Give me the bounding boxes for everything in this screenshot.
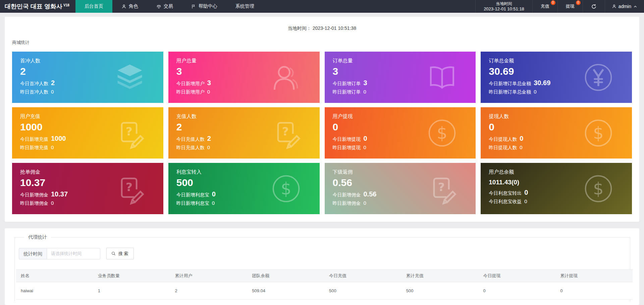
withdraw-badge: 0 [576, 0, 581, 5]
stat-card-yesterday-label: 昨日提现人数 [489, 144, 517, 151]
stat-card-today-label: 今日新增佣金 [20, 191, 48, 199]
top-navbar: 대한민국 대표 영화사V18 后台首页 角色 交易 帮助中心 系统管理 当地时间… [0, 0, 644, 13]
agent-col-业务员数量: 业务员数量 [93, 270, 170, 282]
stat-card-yesterday-label: 昨日新增佣金 [333, 200, 361, 206]
stat-card: 提现人数 0 今日提现人数 0 昨日提现人数 0 $ [481, 107, 632, 159]
agent-legend: 代理统计 [24, 234, 51, 240]
svg-text:?: ? [438, 180, 445, 193]
stat-card: 利息宝转入 500 今日新增利息宝 0 昨日新增利息宝 0 $ [168, 163, 320, 214]
agent-col-姓名: 姓名 [16, 270, 93, 282]
person-icon [270, 61, 302, 94]
stat-card-yesterday-value: 0 [364, 88, 366, 95]
user-menu[interactable]: admin [605, 0, 644, 13]
withdraw-button[interactable]: 提现 0 [557, 0, 583, 13]
stat-card-yesterday-value: 0 [51, 144, 54, 151]
local-time-label: 当地时间 [496, 1, 512, 6]
user-icon [121, 4, 126, 9]
stat-card-yesterday-value: 0 [534, 88, 536, 95]
nav-item-后台首页[interactable]: 后台首页 [75, 0, 112, 13]
agent-table-cell: 1 [93, 282, 170, 300]
stat-card-yesterday-label: 昨日新增订单总金额 [489, 88, 531, 95]
stat-card-today-value: 0 [524, 188, 528, 196]
stat-card: 下级返佣 0.56 今日新增佣金 0.56 昨日新增佣金 0 ? [325, 163, 476, 214]
agent-table-header-row: 姓名业务员数量累计用户团队余额今日充值累计充值今日提现累计提现 [16, 270, 633, 282]
app-version: V18 [63, 3, 69, 7]
stats-panel: 当地时间： 2023-12-01 10:51:38 商城统计 首冲人数 2 今日… [5, 17, 639, 222]
stat-card: 订单总金额 30.69 今日新增订单总金额 30.69 昨日新增订单总金额 0 [481, 52, 632, 103]
stat-card: 首冲人数 2 今日首冲人数 2 昨日首冲人数 0 [12, 52, 163, 103]
agent-col-团队余额: 团队余额 [247, 270, 324, 282]
agent-col-累计用户: 累计用户 [170, 270, 248, 282]
content-time-label: 当地时间： [288, 25, 311, 31]
stat-card-yesterday-label: 昨日充值人数 [176, 144, 205, 151]
nav-item-帮助中心[interactable]: 帮助中心 [182, 0, 226, 13]
user-icon [612, 4, 616, 9]
stat-card: 用户总余额 1011.43(0) 今日利息宝转出 0 今日利息宝收益 0 $ [481, 163, 632, 214]
stat-card-yesterday-value: 0 [364, 200, 366, 206]
doc-question-icon: ? [114, 117, 146, 149]
flag-icon [191, 4, 196, 9]
stat-card-today-value: 1000 [51, 134, 66, 142]
stat-card-yesterday-label: 昨日新增佣金 [20, 200, 48, 206]
refresh-button[interactable] [583, 0, 605, 13]
recharge-button[interactable]: 充值 0 [532, 0, 557, 13]
stat-card-today-value: 3 [207, 79, 211, 87]
nav-item-角色[interactable]: 角色 [112, 0, 147, 13]
search-button[interactable]: 搜索 [106, 248, 134, 259]
stat-card-today-label: 今日新增订单总金额 [489, 79, 531, 87]
stat-card-yesterday-label: 昨日新增提现 [333, 144, 361, 151]
layers-icon [114, 61, 146, 94]
stat-card: 用户提现 0 今日新增提现 0 昨日新增提现 0 $ [325, 107, 476, 159]
svg-text:$: $ [593, 179, 604, 198]
agent-col-累计充值: 累计充值 [401, 270, 479, 282]
nav-item-交易[interactable]: 交易 [147, 0, 182, 13]
doc-question-icon: ? [114, 173, 146, 205]
stat-card-today-label: 今日新增用户 [176, 79, 205, 87]
stat-card-today-label: 今日新增利息宝 [176, 191, 209, 199]
recharge-label: 充值 [541, 3, 549, 9]
agent-table-cell: 0 [479, 282, 556, 300]
stat-card-today-value: 0 [520, 134, 523, 142]
content-local-time: 当地时间： 2023-12-01 10:51:38 [12, 23, 632, 32]
stat-card-today-value: 0 [364, 134, 367, 142]
agent-col-今日提现: 今日提现 [479, 270, 556, 282]
app-logo: 대한민국 대표 영화사V18 [0, 0, 75, 13]
stat-card-today-label: 今日充值人数 [176, 135, 205, 143]
agent-table-cell: 2 [170, 282, 248, 300]
stat-card-today-label: 今日新增订单 [333, 79, 361, 87]
stat-card-today-value: 2 [207, 134, 211, 142]
agent-table-cell: 500 [401, 282, 479, 300]
dollar-circle-icon: $ [270, 173, 302, 205]
agent-search-form: 统计时间 搜索 [19, 248, 630, 259]
svg-text:$: $ [593, 123, 604, 143]
agent-fieldset: 代理统计 统计时间 搜索 姓名业务员数量累计用户团队余额今日充值累计充值今日提现… [14, 234, 630, 301]
agent-col-累计提现: 累计提现 [555, 270, 633, 282]
agent-panel: 代理统计 统计时间 搜索 姓名业务员数量累计用户团队余额今日充值累计充值今日提现… [5, 228, 639, 305]
nav-menu: 后台首页 角色 交易 帮助中心 系统管理 [75, 0, 263, 13]
doc-question-icon: ? [270, 117, 302, 149]
scales-icon [156, 4, 161, 9]
stat-card-yesterday-value: 0 [212, 200, 215, 206]
stat-card: 用户总量 3 今日新增用户 3 昨日新增用户 0 [168, 52, 320, 103]
navbar-local-time: 当地时间 2023-12-01 10:51:18 [475, 0, 532, 13]
yen-circle-icon [582, 61, 614, 94]
stat-card: 抢单佣金 10.37 今日新增佣金 10.37 昨日新增佣金 0 ? [12, 163, 163, 214]
stat-card-yesterday-value: 0 [51, 88, 54, 95]
stat-time-input[interactable] [47, 248, 100, 259]
agent-table-row: haiwai12509.0450050000 [16, 282, 633, 300]
user-name: admin [619, 4, 631, 9]
stat-card-yesterday-value: 0 [207, 88, 210, 95]
agent-col-今日充值: 今日充值 [324, 270, 401, 282]
stats-cards-grid: 首冲人数 2 今日首冲人数 2 昨日首冲人数 0 用户总量 3 今日新增用户 3… [12, 52, 632, 214]
search-button-label: 搜索 [118, 251, 129, 257]
dollar-circle-icon: $ [426, 117, 458, 149]
stat-card-yesterday-value: 0 [364, 144, 366, 151]
agent-table: 姓名业务员数量累计用户团队余额今日充值累计充值今日提现累计提现 haiwai12… [16, 269, 633, 300]
content-time-value: 2023-12-01 10:51:38 [313, 25, 356, 31]
stat-card-today-value: 3 [364, 79, 367, 87]
svg-text:?: ? [282, 124, 289, 138]
stat-card-today-value: 10.37 [51, 190, 68, 198]
stat-card-yesterday-label: 昨日新增利息宝 [176, 200, 209, 206]
stat-card: 充值人数 2 今日充值人数 2 昨日充值人数 0 ? [168, 107, 320, 159]
nav-item-系统管理[interactable]: 系统管理 [226, 0, 263, 13]
